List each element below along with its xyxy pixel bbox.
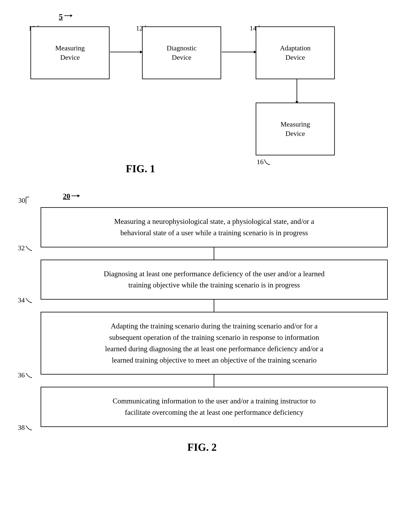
- fig1-connector-10-12: [110, 50, 144, 54]
- fig1-box-diagnostic-device-12: Diagnostic Device: [142, 26, 221, 79]
- fig2-arrow-20: [71, 193, 80, 199]
- fig2-step-36-text: Adapting the training scenario during th…: [105, 322, 323, 364]
- fig2-ref-20: 20: [63, 192, 70, 201]
- fig2-connector-36-38: [41, 375, 388, 387]
- fig2-label-36: 36: [18, 371, 33, 379]
- fig2-bracket-38: [25, 425, 33, 430]
- fig1-connector-12-14: [222, 50, 257, 54]
- fig1-bracket-16: [264, 158, 271, 165]
- fig1-diagram: 5 10 Measuring Device 12: [16, 12, 388, 179]
- fig2-step-32-wrapper: Measuring a neurophysiological state, a …: [16, 207, 388, 247]
- fig2-connector-32-34: [41, 247, 388, 260]
- fig2-connector-34-36: [41, 300, 388, 312]
- fig2-label-30-group: 30: [18, 197, 34, 204]
- svg-marker-1: [70, 14, 72, 17]
- fig2-step-34-wrapper: Diagnosing at least one performance defi…: [16, 260, 388, 300]
- page: 5 10 Measuring Device 12: [0, 0, 404, 532]
- fig2-ref-30: 30: [18, 197, 25, 204]
- fig2-step-32: Measuring a neurophysiological state, a …: [41, 207, 388, 247]
- fig2-step-36: Adapting the training scenario during th…: [41, 312, 388, 375]
- fig2-step-38-text: Communicating information to the user an…: [113, 397, 316, 416]
- fig2-label-34: 34: [18, 296, 33, 304]
- fig2-step-38: Communicating information to the user an…: [41, 387, 388, 427]
- fig2-step-32-text: Measuring a neurophysiological state, a …: [114, 217, 314, 237]
- fig2-bracket-36: [25, 372, 33, 378]
- fig1-box-measuring-device-10: Measuring Device: [31, 26, 110, 79]
- fig1-box-measuring-device-16: Measuring Device: [256, 103, 335, 156]
- fig1-label-16: 16: [257, 158, 271, 166]
- fig2-bracket-32: [25, 245, 33, 251]
- svg-marker-9: [77, 195, 80, 197]
- fig2-caption: FIG. 2: [16, 441, 388, 453]
- fig1-ref-5: 5: [59, 12, 63, 21]
- fig2-bracket-34: [25, 297, 33, 303]
- fig2-diagram: 20 30 Measuring a neurophysiological sta…: [16, 191, 388, 453]
- fig2-step-34-text: Diagnosing at least one performance defi…: [104, 270, 325, 289]
- fig2-bracket-30: [25, 197, 34, 204]
- fig1-caption: FIG. 1: [126, 163, 155, 175]
- fig2-step-36-wrapper: Adapting the training scenario during th…: [16, 312, 388, 375]
- fig1-box-adaptation-device-14: Adaptation Device: [256, 26, 335, 79]
- fig1-connector-14-16: [295, 79, 299, 105]
- fig2-label-20-group: 20: [63, 192, 80, 201]
- fig2-step-34: Diagnosing at least one performance defi…: [41, 260, 388, 300]
- fig2-step-38-wrapper: Communicating information to the user an…: [16, 387, 388, 427]
- fig1-arrow-5: [64, 14, 72, 20]
- fig2-label-38: 38: [18, 424, 33, 431]
- fig2-label-32: 32: [18, 244, 33, 252]
